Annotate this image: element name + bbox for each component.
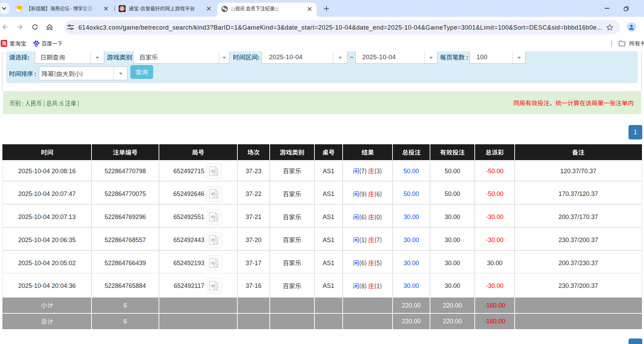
svg-text:du: du (35, 44, 38, 46)
